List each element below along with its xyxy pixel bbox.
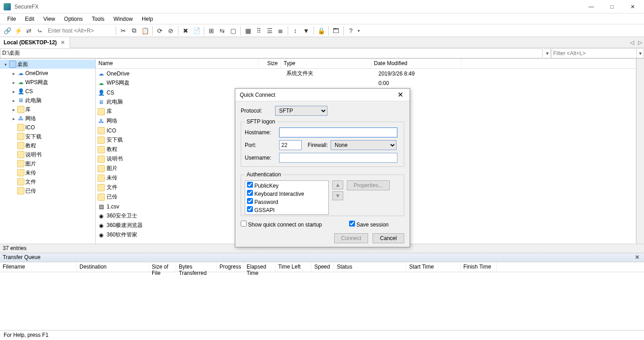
menu-window[interactable]: Window — [109, 14, 137, 24]
tree-item[interactable]: 已传 — [0, 186, 95, 195]
tree-item[interactable]: ▸☁WPS网盘 — [0, 78, 95, 87]
folder-tree[interactable]: ▾桌面▸☁OneDrive▸☁WPS网盘▸👤CS▸🖥此电脑▸库▸🖧网络ICO安下… — [0, 59, 96, 244]
menu-view[interactable]: View — [39, 14, 60, 24]
tree-item[interactable]: 安下载 — [0, 132, 95, 141]
reconnect-icon[interactable]: ⇄ — [23, 25, 34, 36]
lock-icon[interactable]: 🔒 — [316, 25, 327, 36]
transfer-queue-close-icon[interactable]: ✕ — [633, 254, 641, 261]
file-row[interactable]: ☁OneDrive系统文件夹2019/3/26 8:49 — [96, 69, 636, 78]
menu-edit[interactable]: Edit — [20, 14, 39, 24]
col-type[interactable]: Type — [281, 59, 371, 68]
paste-icon[interactable]: 📋 — [140, 25, 150, 36]
scrollbar[interactable] — [636, 59, 644, 244]
minimize-button[interactable]: — — [581, 0, 602, 14]
auth-method-item[interactable]: Keyboard Interactive — [247, 190, 327, 198]
cancel-button[interactable]: Cancel — [373, 233, 404, 243]
tq-col[interactable]: Finish Time — [461, 262, 497, 272]
tq-col[interactable]: Speed — [312, 262, 334, 272]
path-dropdown-icon[interactable]: ▾ — [544, 48, 551, 58]
show-on-startup-checkbox[interactable]: Show quick connect on startup — [241, 221, 322, 228]
file-list-header[interactable]: Name Size Type Date Modified — [96, 59, 636, 69]
large-icons-icon[interactable]: ▦ — [243, 25, 253, 36]
tree-item[interactable]: ▸库 — [0, 105, 95, 114]
tq-col[interactable]: Filename — [0, 262, 77, 272]
tq-col[interactable]: Destination — [77, 262, 149, 272]
col-date[interactable]: Date Modified — [371, 59, 462, 68]
file-row[interactable]: ☁WPS网盘0:00 — [96, 78, 636, 88]
username-label: Username: — [245, 155, 276, 161]
auth-method-item[interactable]: GSSAPI — [247, 206, 327, 214]
tq-col[interactable]: Start Time — [406, 262, 461, 272]
filter-dropdown-icon[interactable]: ▾ — [637, 48, 644, 58]
auth-method-item[interactable]: Password — [247, 198, 327, 206]
tq-col[interactable]: Status — [334, 262, 406, 272]
settings-icon[interactable]: 🗔 — [331, 25, 341, 36]
tq-col[interactable]: Progress — [217, 262, 244, 272]
auth-method-item[interactable]: PublicKey — [247, 182, 327, 190]
tree-icon[interactable]: ⊞ — [206, 25, 217, 36]
menu-file[interactable]: File — [3, 14, 20, 24]
tree-item[interactable]: 说明书 — [0, 150, 95, 159]
tree-item[interactable]: ICO — [0, 123, 95, 132]
menu-help[interactable]: Help — [137, 14, 158, 24]
details-icon[interactable]: ≣ — [275, 25, 286, 36]
filter-icon[interactable]: ▼ — [301, 25, 312, 36]
tq-col[interactable]: Elapsed Time — [244, 262, 275, 272]
small-icons-icon[interactable]: ⠿ — [253, 25, 264, 36]
tree-item[interactable]: 教程 — [0, 141, 95, 150]
new-file-icon[interactable]: 📄 — [191, 25, 202, 36]
tree-item[interactable]: 文件 — [0, 177, 95, 186]
disconnect-icon[interactable]: ⤿ — [34, 25, 45, 36]
path-input[interactable] — [0, 48, 543, 58]
tree-item[interactable]: ▸🖥此电脑 — [0, 96, 95, 105]
connect-icon[interactable]: 🔗 — [2, 25, 13, 36]
session-tab[interactable]: Local (DESKTOP-12) ✕ — [0, 37, 70, 48]
tab-prev-icon[interactable]: ◁ — [628, 39, 636, 46]
tab-next-icon[interactable]: ▷ — [636, 39, 644, 46]
tree-item[interactable]: ▸👤CS — [0, 87, 95, 96]
tree-item[interactable]: ▸☁OneDrive — [0, 69, 95, 78]
filter-input[interactable] — [551, 48, 637, 58]
copy-icon[interactable]: ⧉ — [129, 25, 140, 36]
host-input[interactable] — [48, 26, 111, 35]
col-size[interactable]: Size — [258, 59, 281, 68]
close-button[interactable]: ✕ — [622, 0, 643, 14]
protocol-select[interactable]: SFTP — [275, 106, 327, 116]
menu-tools[interactable]: Tools — [87, 14, 109, 24]
help-dropdown-icon[interactable]: ▾ — [356, 25, 361, 36]
tree-item[interactable]: 未传 — [0, 168, 95, 177]
properties-button[interactable]: Properties... — [347, 180, 390, 190]
transfer-queue-header[interactable]: FilenameDestinationSize of FileBytes Tra… — [0, 262, 644, 272]
menu-options[interactable]: Options — [60, 14, 87, 24]
hostname-input[interactable] — [279, 128, 397, 137]
maximize-button[interactable]: □ — [602, 0, 622, 14]
help-icon[interactable]: ? — [345, 25, 356, 36]
authentication-legend: Authentication — [245, 171, 283, 178]
tq-col[interactable]: Size of File — [149, 262, 176, 272]
port-input[interactable] — [279, 140, 302, 150]
quick-connect-icon[interactable]: ⚡ — [13, 25, 23, 36]
tree-item[interactable]: 图片 — [0, 159, 95, 168]
tree-item[interactable]: ▾桌面 — [0, 60, 95, 69]
tree-item[interactable]: ▸🖧网络 — [0, 114, 95, 123]
stop-icon[interactable]: ⊘ — [165, 25, 176, 36]
save-session-checkbox[interactable]: Save session — [349, 221, 389, 228]
window-icon[interactable]: ▢ — [228, 25, 238, 36]
tq-col[interactable]: Bytes Transferred — [176, 262, 217, 272]
delete-icon[interactable]: ✖ — [180, 25, 191, 36]
username-input[interactable] — [279, 153, 397, 163]
col-name[interactable]: Name — [96, 59, 258, 68]
cut-icon[interactable]: ✂ — [118, 25, 129, 36]
firewall-select[interactable]: None — [331, 140, 397, 150]
move-down-button[interactable]: ▼ — [332, 191, 343, 200]
move-up-button[interactable]: ▲ — [332, 180, 343, 189]
sync-icon[interactable]: ⇆ — [217, 25, 228, 36]
dialog-close-icon[interactable]: ✕ — [396, 90, 405, 99]
list-icon[interactable]: ☰ — [264, 25, 275, 36]
refresh-icon[interactable]: ⟳ — [154, 25, 165, 36]
tab-close-icon[interactable]: ✕ — [60, 39, 66, 46]
auth-methods-list[interactable]: PublicKey Keyboard Interactive Password … — [245, 180, 329, 215]
connect-button[interactable]: Connect — [334, 233, 368, 243]
sort-icon[interactable]: ↕ — [290, 25, 301, 36]
tq-col[interactable]: Time Left — [275, 262, 312, 272]
